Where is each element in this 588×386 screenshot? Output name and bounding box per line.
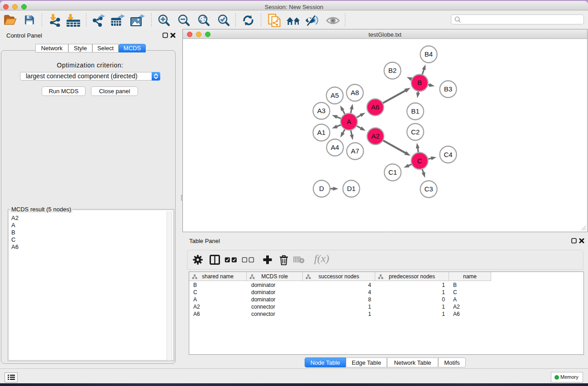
svg-text:C2: C2 xyxy=(411,128,420,136)
svg-text:C3: C3 xyxy=(424,185,433,193)
svg-text:D1: D1 xyxy=(347,185,355,192)
svg-text:C4: C4 xyxy=(444,151,452,158)
svg-text:B2: B2 xyxy=(388,67,397,74)
svg-text:A6: A6 xyxy=(371,103,379,111)
svg-text:B3: B3 xyxy=(444,85,452,93)
svg-text:D: D xyxy=(319,185,324,192)
svg-text:C1: C1 xyxy=(388,168,397,176)
svg-text:A8: A8 xyxy=(351,89,359,96)
svg-text:B1: B1 xyxy=(411,107,419,115)
svg-text:A3: A3 xyxy=(317,107,325,114)
svg-text:A1: A1 xyxy=(317,129,325,136)
svg-text:B4: B4 xyxy=(425,50,433,58)
svg-text:A: A xyxy=(347,118,351,125)
svg-text:A7: A7 xyxy=(351,147,359,155)
svg-text:A2: A2 xyxy=(371,132,379,140)
svg-text:A4: A4 xyxy=(331,143,339,151)
svg-text:A5: A5 xyxy=(330,91,339,99)
svg-text:C: C xyxy=(417,157,422,165)
svg-text:B: B xyxy=(417,79,422,86)
